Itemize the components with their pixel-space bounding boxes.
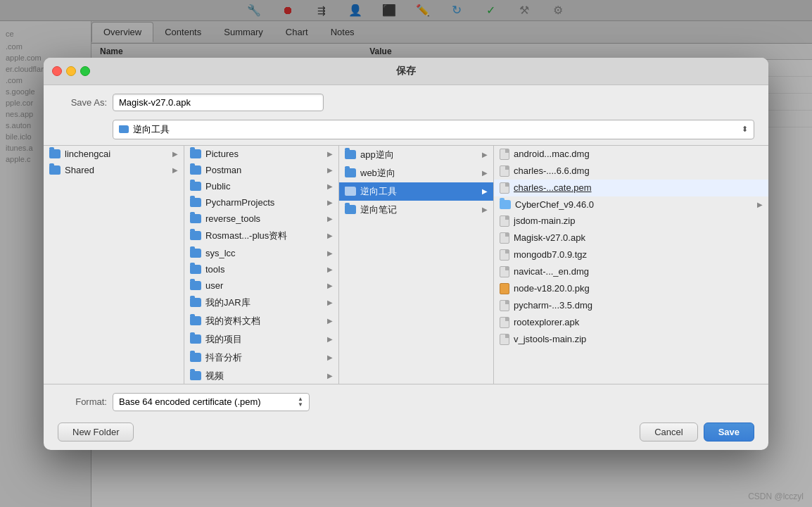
chevron-right-icon: ▶ — [327, 353, 333, 361]
stepper-down-icon[interactable]: ▼ — [298, 402, 303, 408]
format-label: Format: — [58, 396, 107, 407]
list-item[interactable]: charles-....6.6.dmg — [494, 163, 768, 180]
list-item[interactable]: Postman ▶ — [184, 162, 338, 178]
list-item[interactable]: app逆向 ▶ — [339, 146, 493, 164]
list-item[interactable]: 我的资料文档 ▶ — [184, 312, 338, 330]
list-item[interactable]: Magisk-v27.0.apk — [494, 230, 768, 246]
format-row: Format: Base 64 encoded certificate (.pe… — [44, 387, 768, 417]
list-item[interactable]: v_jstools-main.zip — [494, 331, 768, 348]
folder-icon — [345, 205, 356, 214]
chevron-right-icon: ▶ — [327, 372, 333, 380]
save-dialog: 保存 Save As: 逆向工具 ⬍ — [44, 58, 768, 450]
new-folder-button[interactable]: New Folder — [58, 423, 134, 442]
file-browser-col1: linchengcai ▶ Shared ▶ — [44, 146, 184, 384]
minimize-button[interactable] — [66, 66, 76, 76]
folder-icon — [190, 371, 201, 380]
location-bar: 逆向工具 ⬍ — [44, 117, 768, 142]
folder-icon — [190, 198, 201, 207]
folder-icon — [345, 187, 356, 196]
file-icon — [500, 165, 509, 177]
file-browser: linchengcai ▶ Shared ▶ Pictures ▶ — [44, 145, 768, 384]
save-as-input[interactable] — [113, 94, 324, 111]
chevron-updown-icon: ⬍ — [742, 125, 748, 134]
chevron-right-icon: ▶ — [172, 166, 178, 174]
traffic-lights — [52, 66, 90, 76]
chevron-right-icon: ▶ — [327, 335, 333, 343]
list-item[interactable]: linchengcai ▶ — [44, 146, 184, 162]
list-item[interactable]: 我的项目 ▶ — [184, 330, 338, 349]
folder-icon — [345, 168, 356, 177]
list-item[interactable]: user ▶ — [184, 277, 338, 294]
chevron-right-icon: ▶ — [327, 317, 333, 325]
folder-icon — [190, 334, 201, 344]
file-icon — [500, 232, 509, 244]
format-value: Base 64 encoded certificate (.pem) — [119, 396, 261, 407]
cancel-button[interactable]: Cancel — [640, 423, 697, 442]
file-icon — [500, 300, 509, 311]
chevron-right-icon: ▶ — [327, 150, 333, 158]
folder-icon — [190, 182, 201, 191]
close-button[interactable] — [52, 66, 62, 76]
list-item[interactable]: Pictures ▶ — [184, 146, 338, 162]
folder-icon — [49, 149, 61, 158]
chevron-right-icon: ▶ — [327, 249, 333, 257]
list-item[interactable]: reverse_tools ▶ — [184, 211, 338, 227]
dialog-titlebar: 保存 — [44, 58, 768, 85]
right-buttons: Cancel Save — [640, 423, 754, 442]
folder-icon — [190, 316, 201, 325]
list-item[interactable]: charles-...cate.pem — [494, 180, 768, 196]
list-item[interactable]: sys_lcc ▶ — [184, 245, 338, 261]
list-item[interactable]: web逆向 ▶ — [339, 164, 493, 182]
file-icon — [500, 283, 509, 294]
list-item[interactable]: CyberChef_v9.46.0 ▶ — [494, 196, 768, 213]
folder-icon — [49, 165, 61, 175]
chevron-right-icon: ▶ — [482, 187, 488, 195]
list-item[interactable]: 我的JAR库 ▶ — [184, 294, 338, 312]
chevron-right-icon: ▶ — [327, 282, 333, 289]
folder-icon — [190, 249, 201, 258]
folder-icon — [190, 165, 201, 175]
list-item[interactable]: jsdom-main.zip — [494, 213, 768, 230]
file-icon — [500, 215, 509, 227]
list-item[interactable]: Shared ▶ — [44, 162, 184, 178]
file-browser-col3: app逆向 ▶ web逆向 ▶ 逆向工具 ▶ 逆向笔记 ▶ — [339, 146, 494, 384]
format-select[interactable]: Base 64 encoded certificate (.pem) ▲ ▼ — [113, 393, 310, 411]
list-item[interactable]: 视频 ▶ — [184, 367, 338, 384]
folder-icon — [190, 353, 201, 362]
format-stepper[interactable]: ▲ ▼ — [298, 396, 303, 408]
save-button[interactable]: Save — [704, 423, 754, 442]
chevron-right-icon: ▶ — [327, 199, 333, 206]
file-icon — [500, 149, 509, 160]
list-item[interactable]: pycharm-...3.5.dmg — [494, 297, 768, 314]
list-item[interactable]: rootexplorer.apk — [494, 314, 768, 331]
list-item[interactable]: android...mac.dmg — [494, 146, 768, 163]
chevron-right-icon: ▶ — [327, 182, 333, 190]
file-icon — [500, 317, 509, 328]
maximize-button[interactable] — [80, 66, 90, 76]
folder-icon — [500, 200, 511, 209]
watermark: CSDN @lcczyl — [748, 492, 804, 501]
list-item[interactable]: mongodb7.0.9.tgz — [494, 246, 768, 263]
dialog-title: 保存 — [396, 65, 416, 77]
file-icon — [500, 182, 509, 194]
list-item[interactable]: tools ▶ — [184, 261, 338, 277]
location-display[interactable]: 逆向工具 ⬍ — [113, 120, 754, 139]
list-item[interactable]: Rosmast...-plus资料 ▶ — [184, 227, 338, 245]
folder-icon — [190, 214, 201, 223]
list-item[interactable]: 逆向笔记 ▶ — [339, 201, 493, 219]
list-item[interactable]: PycharmProjects ▶ — [184, 194, 338, 211]
chevron-right-icon: ▶ — [327, 232, 333, 239]
list-item-selected[interactable]: 逆向工具 ▶ — [339, 182, 493, 201]
dialog-footer: New Folder Cancel Save — [44, 417, 768, 450]
folder-icon — [345, 150, 356, 159]
list-item[interactable]: node-v18.20.0.pkg — [494, 280, 768, 297]
save-as-row: Save As: — [44, 85, 768, 117]
file-browser-col2: Pictures ▶ Postman ▶ Public ▶ PycharmPro… — [184, 146, 339, 384]
file-icon — [500, 249, 509, 261]
list-item[interactable]: navicat-..._en.dmg — [494, 263, 768, 280]
folder-icon — [190, 281, 201, 290]
list-item[interactable]: Public ▶ — [184, 178, 338, 194]
dialog-overlay: 保存 Save As: 逆向工具 ⬍ — [0, 0, 812, 507]
list-item[interactable]: 抖音分析 ▶ — [184, 349, 338, 367]
chevron-right-icon: ▶ — [482, 169, 488, 177]
